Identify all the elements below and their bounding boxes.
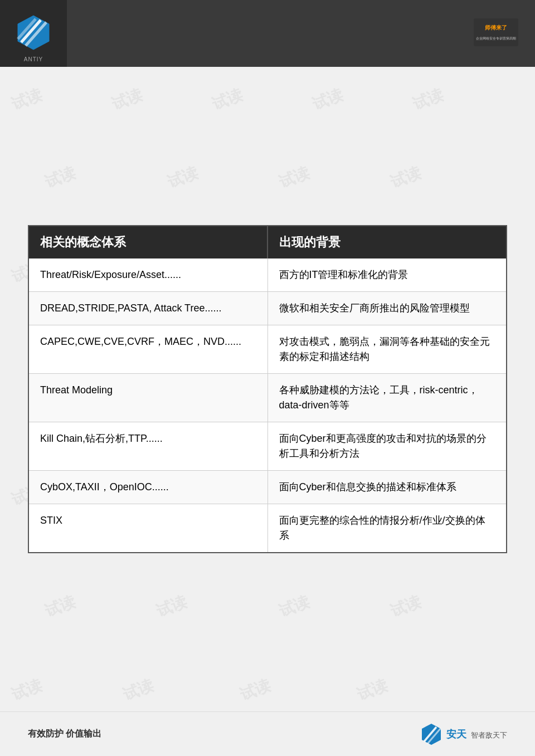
antiy-logo-icon xyxy=(16,14,52,51)
footer-brand-text: 安天 智者敌天下 xyxy=(446,728,507,741)
table-cell-col1: CAPEC,CWE,CVE,CVRF，MAEC，NVD...... xyxy=(28,325,268,374)
footer: 有效防护 价值输出 安天 智者敌天下 xyxy=(0,711,535,756)
table-cell-col2: 西方的IT管理和标准化的背景 xyxy=(268,258,507,292)
table-cell-col1: STIX xyxy=(28,504,268,553)
footer-brand: 安天 智者敌天下 xyxy=(420,723,507,746)
table-cell-col1: Kill Chain,钻石分析,TTP...... xyxy=(28,422,268,471)
top-right-logo-svg: 师傅来了 企业网络安全专训营第四期 xyxy=(474,18,518,46)
main-content: 相关的概念体系 出现的背景 Threat/Risk/Exposure/Asset… xyxy=(0,67,535,711)
table-cell-col1: Threat/Risk/Exposure/Asset...... xyxy=(28,258,268,292)
svg-text:企业网络安全专训营第四期: 企业网络安全专训营第四期 xyxy=(476,36,516,40)
top-right-logo: 师傅来了 企业网络安全专训营第四期 xyxy=(457,0,535,67)
table-cell-col2: 各种威胁建模的方法论，工具，risk-centric，data-driven等等 xyxy=(268,374,507,422)
col1-header: 相关的概念体系 xyxy=(28,226,268,258)
table-cell-col2: 面向Cyber和信息交换的描述和标准体系 xyxy=(268,471,507,504)
table-row: Threat Modeling各种威胁建模的方法论，工具，risk-centri… xyxy=(28,374,507,422)
table-cell-col1: CybOX,TAXII，OpenIOC...... xyxy=(28,471,268,504)
footer-antiy: 安天 xyxy=(446,729,466,740)
table-cell-col1: Threat Modeling xyxy=(28,374,268,422)
concept-table: 相关的概念体系 出现的背景 Threat/Risk/Exposure/Asset… xyxy=(28,225,507,553)
table-row: DREAD,STRIDE,PASTA, Attack Tree......微软和… xyxy=(28,292,507,325)
svg-text:师傅来了: 师傅来了 xyxy=(484,25,507,31)
table-row: STIX面向更完整的综合性的情报分析/作业/交换的体系 xyxy=(28,504,507,553)
svg-rect-4 xyxy=(474,18,518,46)
table-cell-col1: DREAD,STRIDE,PASTA, Attack Tree...... xyxy=(28,292,268,325)
table-row: Kill Chain,钻石分析,TTP......面向Cyber和更高强度的攻击… xyxy=(28,422,507,471)
table-row: CAPEC,CWE,CVE,CVRF，MAEC，NVD......对攻击模式，脆… xyxy=(28,325,507,374)
antiy-label: ANTIY xyxy=(24,56,43,62)
table-row: CybOX,TAXII，OpenIOC......面向Cyber和信息交换的描述… xyxy=(28,471,507,504)
footer-sub: 智者敌天下 xyxy=(471,731,507,739)
col2-header: 出现的背景 xyxy=(268,226,507,258)
table-header-row: 相关的概念体系 出现的背景 xyxy=(28,226,507,258)
table-cell-col2: 微软和相关安全厂商所推出的风险管理模型 xyxy=(268,292,507,325)
table-cell-col2: 面向Cyber和更高强度的攻击和对抗的场景的分析工具和分析方法 xyxy=(268,422,507,471)
table-cell-col2: 对攻击模式，脆弱点，漏洞等各种基础的安全元素的标定和描述结构 xyxy=(268,325,507,374)
table-cell-col2: 面向更完整的综合性的情报分析/作业/交换的体系 xyxy=(268,504,507,553)
table-row: Threat/Risk/Exposure/Asset......西方的IT管理和… xyxy=(28,258,507,292)
logo-area: ANTIY xyxy=(0,0,67,67)
footer-tagline: 有效防护 价值输出 xyxy=(28,728,101,740)
header: ANTIY 试读 试读 试读 试读 试读 试读 试读 试读 试读 试读 试读 试… xyxy=(0,0,535,67)
footer-logo-svg xyxy=(420,723,443,746)
